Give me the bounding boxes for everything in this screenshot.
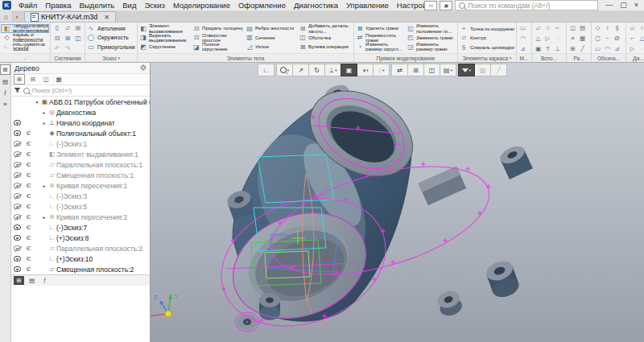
eye-off-icon[interactable] xyxy=(11,183,23,188)
ribbon-tool-button[interactable]: ◱Изменить положение гр... xyxy=(407,24,456,33)
ribbon-mode-button[interactable]: ∟Инструменты эскиза xyxy=(1,43,49,52)
tree-item-label[interactable]: (+)Эскиз:10 xyxy=(56,255,93,263)
tree-item[interactable]: Є∟(-)Эскиз:3 xyxy=(11,191,150,201)
tool-icon[interactable]: ◠ xyxy=(603,43,612,54)
tree-item[interactable]: Є▱Смещенная плоскость:1 xyxy=(11,170,150,180)
rotate-button[interactable]: ↻ xyxy=(308,64,325,76)
eye-icon[interactable] xyxy=(11,225,23,230)
menu-item[interactable]: Правка xyxy=(41,0,75,10)
tool-icon[interactable]: ▭ xyxy=(518,23,527,33)
command-search[interactable] xyxy=(455,0,598,10)
menu-item[interactable]: Настройка xyxy=(393,0,424,10)
tree-item-label[interactable]: Диагностика xyxy=(56,109,96,117)
ribbon-tool-button[interactable]: +Точка по координатам xyxy=(460,24,514,33)
tool-icon[interactable]: ∙ xyxy=(638,43,644,54)
tool-icon[interactable]: ▭ xyxy=(593,43,602,54)
eye-icon[interactable] xyxy=(11,130,23,136)
dropdown-caret-icon[interactable]: ▾ xyxy=(335,68,336,72)
dropdown-caret-icon[interactable]: ▾ xyxy=(382,68,384,72)
structure-view-button[interactable]: ⊞ xyxy=(14,74,25,84)
tool-icon[interactable]: ○ xyxy=(543,23,552,33)
tool-icon[interactable]: ╱ xyxy=(578,43,587,54)
dropdown-caret-icon[interactable]: ▾ xyxy=(366,68,368,72)
eye-off-icon[interactable] xyxy=(11,141,23,146)
sketch-tool-button[interactable]: ▭Прямоугольник xyxy=(87,43,135,52)
tool-icon[interactable]: ⌐ xyxy=(553,23,562,33)
tree-item-label[interactable]: Смещенная плоскость:2 xyxy=(56,266,134,274)
ribbon-tool-button[interactable]: ◧Элемент выдавливания xyxy=(139,24,191,33)
sketch-context-button[interactable]: ∟ xyxy=(258,64,275,76)
tool-icon[interactable]: ◻ xyxy=(593,33,602,43)
tool-icon[interactable]: ⊿ xyxy=(613,43,621,54)
orient-button[interactable]: ↗ xyxy=(292,64,309,76)
tree-item-label[interactable]: Параллельная плоскость:2 xyxy=(56,245,142,253)
sketch-tool-button[interactable]: ∿Автолиния xyxy=(87,24,135,33)
eye-icon[interactable] xyxy=(11,256,23,262)
ribbon-tool-button[interactable]: ◿Уклон xyxy=(246,43,297,52)
tool-icon[interactable]: ○ xyxy=(638,23,644,33)
expander-icon[interactable]: ▸ xyxy=(41,215,47,220)
ribbon-tool-button[interactable]: ◰Заменить грани xyxy=(407,33,456,42)
tool-icon[interactable]: ▣ xyxy=(534,43,543,54)
free-move-button[interactable]: ⊞ xyxy=(407,64,424,76)
tool-icon[interactable]: T xyxy=(543,43,552,54)
tree-tab[interactable]: ⊞ xyxy=(14,276,24,285)
undo-icon[interactable]: ↶ xyxy=(52,43,62,54)
exclude-from-calc-icon[interactable]: Є xyxy=(23,192,34,200)
ribbon-tool-button[interactable]: ◲Изменить размер грани xyxy=(407,43,456,52)
tree-item-label[interactable]: Полигональный объект:1 xyxy=(56,130,136,138)
tree-item-label[interactable]: АБВ.01 Патрубок облегченный (Тел-2 xyxy=(49,98,150,106)
tree-item[interactable]: Є▱Параллельная плоскость:1 xyxy=(11,159,150,170)
exclude-from-calc-icon[interactable]: Є xyxy=(23,161,34,168)
dropdown-caret-icon[interactable]: ▾ xyxy=(451,68,452,72)
tree-item[interactable]: Є∟(+)Эскиз:10 xyxy=(11,253,150,264)
edit-in-place-button[interactable]: ╱ xyxy=(490,64,507,76)
eye-off-icon[interactable] xyxy=(11,214,23,220)
tree-item-label[interactable]: Кривая пересечения:1 xyxy=(56,182,127,190)
tool-icon[interactable]: Ø xyxy=(613,33,621,43)
open-document-icon[interactable]: ▱ xyxy=(63,23,72,33)
eye-off-icon[interactable] xyxy=(11,245,23,251)
tree-item-label[interactable]: Параллельная плоскость:1 xyxy=(56,161,142,169)
ribbon-tool-button[interactable]: ◔Изменить размер скругл... xyxy=(356,43,405,52)
tree-item[interactable]: Є▸≋Кривая пересечения:1 xyxy=(11,180,150,191)
ribbon-tool-button[interactable]: ⊠Удалить грани xyxy=(356,24,405,33)
screen-mode-button[interactable]: ▣ xyxy=(440,1,452,10)
expander-icon[interactable]: ▸ xyxy=(41,121,47,126)
display-style-button[interactable]: ◑▾ xyxy=(357,64,374,76)
exclude-from-calc-icon[interactable]: Є xyxy=(23,266,34,273)
dropdown-caret-icon[interactable]: ▾ xyxy=(469,68,471,72)
tree-item-label[interactable]: Кривая пересечения:2 xyxy=(56,213,127,221)
tree-search-input[interactable] xyxy=(32,87,147,94)
ribbon-tool-button[interactable]: ⊠Булева операция xyxy=(299,43,350,52)
tree-panel-button[interactable]: ⊞ xyxy=(0,64,10,75)
mode-panel-footer[interactable]: ⌄ xyxy=(0,53,50,62)
tool-icon[interactable]: ⊥ xyxy=(553,43,562,54)
tool-icon[interactable]: ≡ xyxy=(568,33,577,43)
dropdown-caret-icon[interactable]: ▾ xyxy=(287,68,289,72)
tree-item[interactable]: Є◈Полигональный объект:1 xyxy=(11,128,150,138)
model-scene[interactable]: Y Z xyxy=(151,63,644,342)
tree-item[interactable]: Є∟(+)Эскиз:8 xyxy=(11,233,150,243)
tree-item[interactable]: ▸◎Диагностика xyxy=(11,107,150,117)
tree-item[interactable]: ▾▣АБВ.01 Патрубок облегченный (Тел-2 xyxy=(11,97,150,107)
tool-icon[interactable]: ⌐ xyxy=(628,33,637,43)
filter-objects-button[interactable]: ▾ xyxy=(458,64,475,76)
minimize-button[interactable]: — xyxy=(605,1,613,10)
tool-icon[interactable]: △ xyxy=(534,33,543,43)
close-button[interactable]: × xyxy=(634,1,638,10)
exclude-from-calc-icon[interactable]: Є xyxy=(23,255,34,262)
ribbon-tool-button[interactable]: ⊞Добавить деталь-загото... xyxy=(299,24,350,33)
tree-item[interactable]: ▸⊥Начало координат xyxy=(11,117,150,128)
variables-tab[interactable]: ƒ xyxy=(39,276,50,285)
tool-icon[interactable]: ◠ xyxy=(518,33,527,43)
ribbon-mode-button[interactable]: ◧Твердотельное моделирование xyxy=(1,24,49,33)
command-search-input[interactable] xyxy=(468,2,594,10)
move-component-button[interactable]: ⇄ xyxy=(391,64,408,76)
interface-layout-button[interactable]: ▭ xyxy=(424,1,437,10)
parameters-tab[interactable]: ▤ xyxy=(27,276,37,285)
additional-view-button[interactable]: ▦ xyxy=(54,75,64,84)
exclude-from-calc-icon[interactable]: Є xyxy=(23,234,34,241)
tool-icon[interactable]: ∙ xyxy=(553,33,562,43)
ribbon-tool-button[interactable]: ◫Оболочка xyxy=(299,33,350,42)
